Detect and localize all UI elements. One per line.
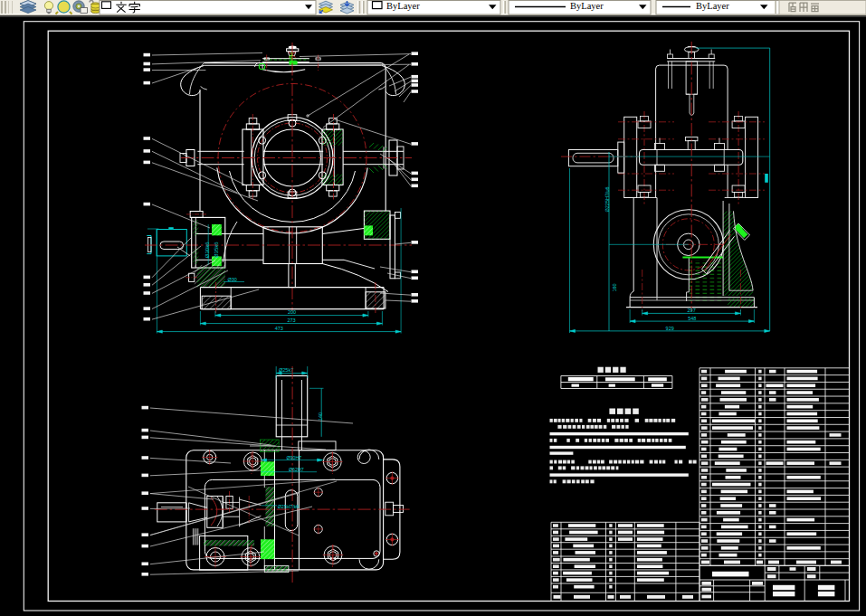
svg-text:Ø225H7/u6: Ø225H7/u6 (604, 186, 610, 212)
svg-text:Ø35k6: Ø35k6 (214, 242, 219, 258)
svg-text:273: 273 (287, 317, 295, 323)
svg-text:ByLayer: ByLayer (386, 1, 420, 11)
svg-text:ByLayer: ByLayer (570, 1, 604, 11)
svg-text:473: 473 (275, 326, 283, 331)
svg-text:160: 160 (612, 283, 617, 291)
svg-text:Ø25H7/k6: Ø25H7/k6 (278, 504, 299, 509)
svg-text:929: 929 (666, 326, 674, 331)
svg-text:548: 548 (688, 316, 696, 321)
svg-text:140: 140 (318, 412, 323, 421)
svg-text:Ø30k6: Ø30k6 (205, 242, 210, 258)
svg-text:Ø30: Ø30 (228, 277, 237, 282)
svg-text:Ø90H7: Ø90H7 (287, 455, 302, 460)
svg-text:297: 297 (688, 308, 696, 313)
svg-text:Ø62H7: Ø62H7 (289, 467, 304, 472)
svg-text:ByLayer: ByLayer (696, 1, 729, 11)
svg-text:200: 200 (288, 309, 296, 315)
svg-text:Ø25k7: Ø25k7 (279, 367, 293, 373)
